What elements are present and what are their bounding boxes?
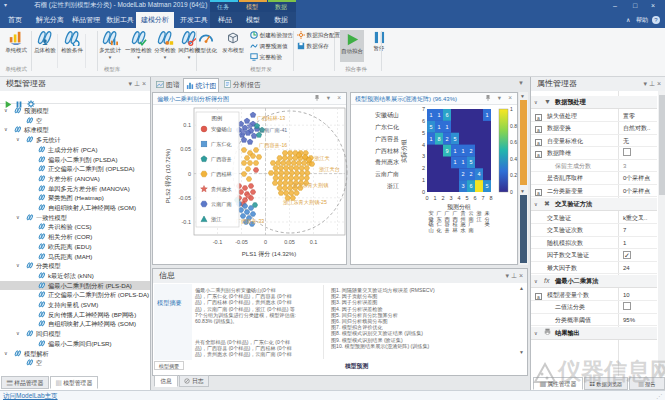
svg-text:2: 2 [469, 148, 472, 154]
svg-text:云南广南: 云南广南 [467, 210, 473, 233]
svg-text:广西桂林: 广西桂林 [451, 210, 458, 233]
svg-text:-0.05: -0.05 [178, 195, 191, 201]
svg-text:2: 2 [422, 165, 425, 171]
svg-text:1: 1 [422, 177, 425, 183]
svg-text:广东仁化: 广东仁化 [375, 123, 399, 131]
svg-text:7: 7 [422, 106, 425, 112]
svg-text:0: 0 [510, 189, 513, 195]
svg-text:安徽砀山: 安徽砀山 [375, 111, 399, 119]
svg-text:0.4: 0.4 [510, 156, 517, 162]
svg-text:1: 1 [429, 112, 432, 118]
svg-text:广东仁化: 广东仁化 [435, 210, 442, 234]
svg-text:广西容县-16: 广西容县-16 [258, 142, 287, 149]
svg-text:3: 3 [461, 183, 464, 189]
svg-text:4: 4 [457, 195, 460, 201]
svg-text:云南广南: 云南广南 [211, 201, 232, 207]
svg-text:0.1: 0.1 [310, 239, 318, 245]
svg-text:1: 1 [437, 124, 440, 130]
svg-text:5: 5 [422, 130, 425, 136]
svg-text:浙江乐青大荆镇-25: 浙江乐青大荆镇-25 [283, 199, 327, 206]
svg-text:预测分组: 预测分组 [447, 203, 471, 211]
svg-text:6: 6 [445, 112, 448, 118]
svg-text:-0.1: -0.1 [213, 239, 222, 245]
svg-text:-0.05: -0.05 [235, 239, 248, 245]
svg-text:-0.1: -0.1 [182, 219, 191, 225]
svg-text:图例: 图例 [212, 115, 223, 122]
svg-text:浙江: 浙江 [476, 210, 481, 223]
svg-text:广东仁化: 广东仁化 [210, 141, 232, 148]
svg-text:1: 1 [437, 112, 440, 118]
svg-text:云南广南-41: 云南广南-41 [259, 127, 287, 133]
svg-text:1: 1 [461, 159, 464, 165]
svg-text:浙江天台: 浙江天台 [319, 166, 340, 173]
svg-text:0.6: 0.6 [510, 139, 517, 145]
svg-text:1: 1 [429, 136, 432, 142]
svg-text:3: 3 [422, 153, 425, 159]
svg-text:未分类: 未分类 [484, 210, 490, 227]
svg-text:1: 1 [453, 148, 456, 154]
svg-text:2: 2 [441, 195, 444, 201]
svg-text:7: 7 [481, 195, 484, 201]
svg-text:0.05: 0.05 [180, 146, 191, 152]
svg-text:0.2: 0.2 [510, 172, 517, 178]
svg-text:0: 0 [425, 195, 428, 201]
svg-text:5: 5 [453, 136, 456, 142]
svg-text:贵州惠水: 贵州惠水 [375, 159, 399, 166]
svg-text:2: 2 [461, 171, 464, 177]
svg-text:浙江: 浙江 [387, 183, 399, 189]
svg-text:云南广南: 云南广南 [375, 171, 399, 177]
svg-text:1: 1 [510, 106, 513, 112]
svg-text:0.05: 0.05 [284, 239, 295, 245]
svg-text:浙江: 浙江 [211, 216, 221, 223]
svg-text:6: 6 [422, 118, 425, 124]
svg-text:PLS1 得分 (14.32%): PLS1 得分 (14.32%) [242, 250, 296, 258]
svg-text:5: 5 [485, 183, 488, 189]
svg-text:8: 8 [489, 195, 492, 201]
svg-text:1: 1 [433, 195, 436, 201]
svg-text:4: 4 [422, 142, 425, 148]
svg-text:3: 3 [449, 195, 452, 201]
svg-text:贵州惠水: 贵州惠水 [211, 186, 232, 192]
svg-text:浙江乐青大荆镇: 浙江乐青大荆镇 [292, 182, 329, 189]
svg-text:2: 2 [445, 136, 448, 142]
svg-text:贵州惠水: 贵州惠水 [459, 210, 466, 233]
svg-text:4: 4 [477, 171, 480, 177]
svg-text:广西容县: 广西容县 [443, 210, 450, 233]
svg-text:1: 1 [461, 148, 464, 154]
svg-text:0.8: 0.8 [510, 123, 517, 129]
svg-text:5: 5 [429, 124, 432, 130]
svg-text:0: 0 [188, 171, 191, 177]
svg-text:实际分组: 实际分组 [400, 139, 408, 163]
svg-text:1: 1 [445, 124, 448, 130]
svg-text:浙江天: 浙江天 [314, 155, 330, 162]
svg-text:9: 9 [445, 148, 448, 154]
svg-text:6: 6 [473, 195, 476, 201]
svg-text:8: 8 [437, 136, 440, 142]
svg-text:广西容县: 广西容县 [210, 156, 232, 163]
svg-text:安徽砀山: 安徽砀山 [427, 210, 433, 233]
svg-text:2: 2 [469, 171, 472, 177]
svg-text:5: 5 [465, 195, 468, 201]
svg-text:广西桂林: 广西桂林 [210, 171, 233, 177]
svg-text:6: 6 [469, 183, 472, 189]
svg-text:安徽砀山: 安徽砀山 [211, 126, 232, 133]
svg-text:广西桂林-13: 广西桂林-13 [256, 115, 285, 121]
svg-text:广西桂林: 广西桂林 [375, 148, 400, 155]
svg-text:广西容县-33: 广西容县-33 [235, 218, 264, 225]
svg-text:0.1: 0.1 [183, 122, 191, 128]
svg-text:广西容县: 广西容县 [375, 135, 399, 143]
svg-text:1: 1 [485, 112, 488, 118]
svg-text:PLS2 得分 (10.72%): PLS2 得分 (10.72%) [164, 149, 172, 203]
svg-text:0: 0 [264, 239, 267, 245]
svg-text:5: 5 [469, 159, 472, 165]
svg-text:1: 1 [453, 159, 456, 165]
